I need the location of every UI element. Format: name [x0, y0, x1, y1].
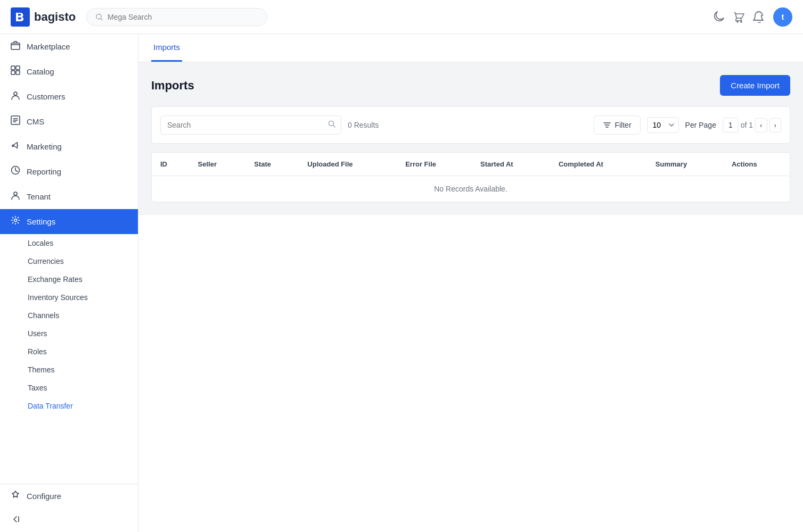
cms-icon	[11, 115, 20, 128]
sidebar-sub-exchange-rates[interactable]: Exchange Rates	[0, 270, 138, 288]
sidebar-sub-users[interactable]: Users	[0, 325, 138, 343]
svg-rect-5	[11, 71, 15, 74]
table-header: ID Seller State Uploaded File Error File…	[152, 153, 790, 176]
content-header: Imports Create Import	[151, 75, 790, 96]
filter-button[interactable]: Filter	[594, 115, 640, 135]
current-page: 1	[723, 118, 739, 132]
bell-icon	[753, 11, 765, 23]
tab-imports[interactable]: Imports	[151, 34, 182, 62]
mega-search-input[interactable]	[108, 13, 258, 21]
pagination: 1 of 1 ‹ ›	[723, 118, 781, 132]
prev-page-button[interactable]: ‹	[755, 118, 767, 132]
settings-icon	[11, 215, 20, 228]
sidebar-item-settings-label: Settings	[27, 217, 55, 226]
main-inner: Imports Imports Create Import 0 Res	[138, 34, 803, 532]
next-page-button[interactable]: ›	[769, 118, 781, 132]
sidebar-item-tenant[interactable]: Tenant	[0, 184, 138, 209]
col-state: State	[245, 153, 299, 176]
sidebar-sub-taxes[interactable]: Taxes	[0, 379, 138, 397]
sidebar-item-reporting-label: Reporting	[27, 167, 61, 176]
sidebar-item-marketplace[interactable]: Marketplace	[0, 34, 138, 59]
filter-label: Filter	[614, 121, 631, 129]
logo-icon	[11, 7, 30, 27]
imports-table: ID Seller State Uploaded File Error File…	[151, 152, 790, 202]
content-area: Imports Create Import 0 Results Filter	[138, 62, 803, 215]
sidebar-item-marketplace-label: Marketplace	[27, 42, 70, 51]
sidebar-sub-currencies[interactable]: Currencies	[0, 252, 138, 270]
sidebar-item-tenant-label: Tenant	[27, 192, 51, 201]
user-avatar[interactable]: t	[773, 7, 792, 27]
moon-icon	[712, 11, 724, 23]
sidebar-item-catalog[interactable]: Catalog	[0, 59, 138, 84]
sidebar-sub-roles[interactable]: Roles	[0, 343, 138, 361]
per-page-select[interactable]: 10 25 50 100	[647, 117, 679, 133]
tab-bar: Imports	[138, 34, 803, 62]
col-completed-at: Completed At	[550, 153, 647, 176]
logo-text: bagisto	[34, 10, 76, 24]
svg-rect-2	[11, 43, 20, 49]
col-seller: Seller	[190, 153, 246, 176]
col-actions: Actions	[723, 153, 790, 176]
sidebar-item-marketing[interactable]: Marketing	[0, 134, 138, 159]
marketplace-icon	[11, 40, 20, 53]
col-uploaded-file: Uploaded File	[299, 153, 397, 176]
sidebar-sub-channels[interactable]: Channels	[0, 306, 138, 325]
sidebar-item-configure[interactable]: Configure	[0, 484, 138, 508]
sidebar-sub-data-transfer[interactable]: Data Transfer	[0, 397, 138, 415]
sidebar-item-marketing-label: Marketing	[27, 142, 62, 151]
store-icon	[733, 11, 744, 23]
page-title: Imports	[151, 79, 194, 93]
notifications-button[interactable]	[753, 11, 765, 23]
store-button[interactable]	[733, 11, 744, 23]
main-content: Imports Imports Create Import 0 Res	[138, 34, 803, 532]
marketing-icon	[11, 140, 20, 153]
customers-icon	[11, 90, 20, 103]
mega-search-bar[interactable]	[86, 8, 267, 26]
col-error-file: Error File	[397, 153, 472, 176]
reporting-icon	[11, 165, 20, 178]
search-input[interactable]	[160, 115, 341, 135]
col-started-at: Started At	[472, 153, 550, 176]
search-icon	[327, 120, 336, 130]
toolbar: 0 Results Filter 10 25 50 100 Per Page	[151, 106, 790, 144]
sidebar-item-reporting[interactable]: Reporting	[0, 159, 138, 184]
configure-icon	[11, 491, 20, 502]
page-total: of 1	[741, 121, 753, 129]
tenant-icon	[11, 190, 20, 203]
filter-icon	[603, 121, 611, 129]
col-summary: Summary	[647, 153, 723, 176]
svg-point-10	[14, 192, 17, 195]
svg-rect-3	[11, 66, 15, 70]
sidebar-item-cms[interactable]: CMS	[0, 109, 138, 134]
sidebar-sub-locales[interactable]: Locales	[0, 234, 138, 252]
sidebar-item-customers-label: Customers	[27, 92, 65, 101]
top-navigation: bagisto t	[0, 0, 803, 34]
no-records-message: No Records Available.	[152, 176, 790, 202]
table-body: No Records Available.	[152, 176, 790, 202]
sidebar-item-collapse[interactable]	[0, 508, 138, 532]
sidebar-item-cms-label: CMS	[27, 117, 44, 126]
col-id: ID	[152, 153, 190, 176]
sidebar-item-customers[interactable]: Customers	[0, 84, 138, 109]
per-page-wrap: 10 25 50 100	[647, 117, 679, 133]
empty-row: No Records Available.	[152, 176, 790, 202]
catalog-icon	[11, 65, 20, 78]
svg-rect-6	[16, 71, 20, 74]
sidebar-item-settings[interactable]: Settings	[0, 209, 138, 234]
sidebar: Marketplace Catalog Customers CMS Market	[0, 34, 138, 532]
svg-point-11	[14, 219, 17, 222]
per-page-label: Per Page	[685, 121, 716, 129]
app-layout: Marketplace Catalog Customers CMS Market	[0, 34, 803, 532]
dark-mode-button[interactable]	[712, 11, 724, 23]
svg-point-12	[329, 121, 334, 126]
sidebar-item-configure-label: Configure	[27, 492, 61, 501]
collapse-icon	[11, 514, 20, 526]
create-import-button[interactable]: Create Import	[720, 75, 790, 96]
search-wrap	[160, 115, 341, 135]
search-icon	[95, 13, 103, 21]
results-count: 0 Results	[348, 121, 587, 129]
sidebar-sub-inventory-sources[interactable]: Inventory Sources	[0, 288, 138, 306]
logo[interactable]: bagisto	[11, 7, 76, 27]
sidebar-bottom: Configure	[0, 484, 138, 532]
sidebar-sub-themes[interactable]: Themes	[0, 361, 138, 379]
